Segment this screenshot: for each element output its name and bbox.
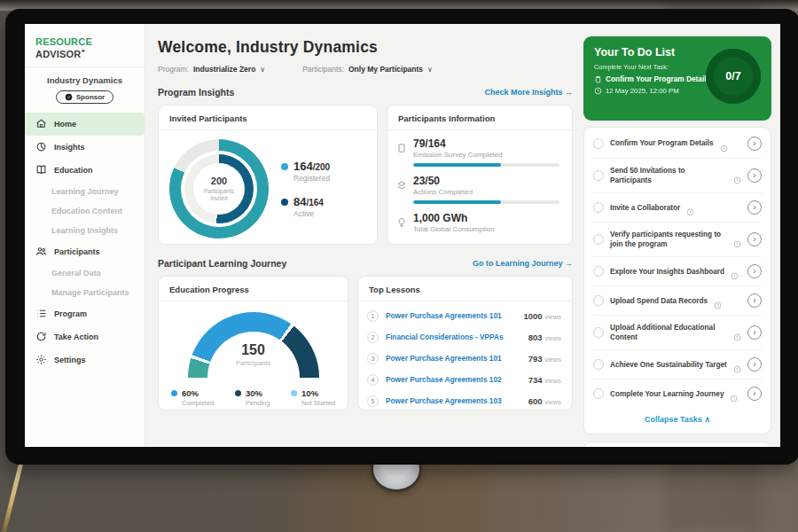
- participants-dropdown[interactable]: Participants: Only My Participants ∨: [302, 65, 433, 74]
- sidebar-item-manage-participants[interactable]: Manage Participants: [25, 283, 145, 302]
- task-row-complete-your-learning-journey: Complete Your Learning Journey›: [593, 379, 762, 408]
- task-clock-icon: [733, 172, 741, 180]
- task-row-achieve-one-sustainability-target: Achieve One Sustainability Target›: [593, 350, 762, 379]
- task-open-button[interactable]: ›: [747, 168, 762, 183]
- logo-part-advisor: ADVISOR+: [35, 49, 85, 59]
- task-row-verify-participants-requesting-to-join-the-program: Verify participants requesting to join t…: [593, 223, 762, 257]
- progress-bar: [413, 163, 559, 167]
- take-action-icon: [35, 331, 47, 342]
- logo-part-resource: RESOURCE: [35, 36, 92, 47]
- chevron-up-icon: ∧: [704, 415, 710, 424]
- task-clock-icon: [714, 297, 722, 305]
- sidebar-item-education-content[interactable]: Education Content: [25, 201, 145, 221]
- gauge-center-value: 150: [188, 342, 319, 358]
- registered-dot: [281, 163, 288, 170]
- sidebar-item-education[interactable]: Education: [25, 159, 145, 182]
- info-row-actions-completed: 23/50Actions Completed: [396, 175, 559, 204]
- lesson-title-link[interactable]: Power Purchase Agreements 102: [386, 375, 521, 384]
- collapse-tasks-link[interactable]: Collapse Tasks ∧: [593, 408, 762, 432]
- lesson-rank-badge: 2: [367, 332, 379, 343]
- invited-legend: 164/200 Registered 84/164 Active: [281, 160, 330, 218]
- desk-scene: RESOURCE ADVISOR+ Industry Dynamics Spon…: [0, 0, 798, 532]
- recent-news-title: Recent News: [584, 442, 771, 447]
- task-checkbox[interactable]: [593, 359, 604, 370]
- todo-task-list: Confirm Your Program Details›Send 50 Inv…: [593, 129, 762, 408]
- lesson-row-5[interactable]: 5Power Purchase Agreements 103600 views: [367, 390, 561, 411]
- completed-dot: [171, 390, 177, 396]
- lesson-rank-badge: 3: [367, 353, 379, 364]
- active-dot: [281, 199, 288, 206]
- task-checkbox[interactable]: [593, 295, 604, 306]
- task-checkbox[interactable]: [593, 388, 604, 399]
- task-clock-icon: [733, 236, 741, 244]
- sidebar-item-settings[interactable]: Settings: [25, 348, 145, 372]
- lesson-title-link[interactable]: Power Purchase Agreements 103: [386, 396, 521, 405]
- program-icon: [35, 308, 47, 319]
- sidebar-item-general-data[interactable]: General Data: [25, 263, 145, 283]
- sidebar-item-participants[interactable]: Participants: [25, 240, 145, 263]
- task-checkbox[interactable]: [593, 138, 604, 149]
- task-open-button[interactable]: ›: [747, 200, 762, 215]
- sidebar-item-take-action[interactable]: Take Action: [25, 325, 145, 348]
- invited-center-value: 200: [211, 176, 227, 186]
- task-checkbox[interactable]: [593, 170, 604, 181]
- task-open-button[interactable]: ›: [747, 325, 762, 340]
- todo-progress-value: 0/7: [725, 70, 740, 82]
- arrow-right-icon: →: [565, 88, 573, 97]
- task-checkbox[interactable]: [593, 234, 604, 245]
- task-clock-icon: [733, 361, 741, 369]
- legend-item-completed: 60%Completed: [171, 388, 214, 407]
- task-clock-icon: [731, 268, 739, 276]
- task-open-button[interactable]: ›: [747, 357, 762, 372]
- sidebar: RESOURCE ADVISOR+ Industry Dynamics Spon…: [25, 24, 145, 447]
- sidebar-item-home[interactable]: Home: [25, 113, 145, 136]
- sidebar-item-insights[interactable]: Insights: [25, 136, 145, 159]
- legend-item-not-started: 10%Not Started: [291, 388, 335, 407]
- info-row-emission-survey-completed: 79/164Emission Survey Completed: [396, 137, 559, 167]
- lesson-rank-badge: 5: [367, 395, 379, 407]
- lesson-rank-badge: 1: [367, 310, 379, 322]
- task-open-button[interactable]: ›: [747, 293, 762, 308]
- task-checkbox[interactable]: [593, 327, 604, 338]
- program-insights-heading: Program Insights: [158, 87, 234, 98]
- todo-column: Your To Do List Complete Your Next Task:…: [580, 24, 780, 447]
- task-open-button[interactable]: ›: [747, 232, 762, 246]
- participants-information-card: Participants Information 79/164Emission …: [387, 105, 573, 245]
- education-icon: [35, 164, 47, 176]
- task-checkbox[interactable]: [593, 266, 604, 277]
- legend-item-pending: 30%Pending: [235, 388, 270, 407]
- lesson-row-1[interactable]: 1Power Purchase Agreements 1011000 views: [367, 305, 561, 326]
- task-open-button[interactable]: ›: [747, 387, 762, 401]
- task-row-upload-spend-data-records: Upload Spend Data Records›: [593, 286, 762, 316]
- task-open-button[interactable]: ›: [747, 264, 762, 278]
- legend-item-registered: 164/200 Registered: [281, 160, 330, 183]
- sidebar-item-learning-journey[interactable]: Learning Journey: [25, 182, 145, 201]
- lesson-title-link[interactable]: Power Purchase Agreements 101: [386, 311, 516, 320]
- sidebar-item-learning-insights[interactable]: Learning Insights: [25, 221, 145, 240]
- main-content: Welcome, Industry Dynamics Program: Indu…: [145, 24, 580, 447]
- program-dropdown[interactable]: Program: Industrialize Zero ∨: [158, 65, 265, 74]
- org-name: Industry Dynamics: [25, 75, 145, 85]
- sponsor-icon: [65, 93, 73, 101]
- task-clock-icon: [730, 390, 738, 398]
- task-row-confirm-your-program-details: Confirm Your Program Details›: [593, 129, 762, 159]
- lesson-row-3[interactable]: 3Power Purchase Agreements 101793 views: [367, 348, 561, 369]
- page-title: Welcome, Industry Dynamics: [158, 38, 573, 57]
- lesson-title-link[interactable]: Financial Considerations - VPPAs: [386, 332, 521, 341]
- sidebar-item-program[interactable]: Program: [25, 302, 145, 325]
- sponsor-badge: Sponsor: [56, 90, 113, 104]
- top-lessons-list: 1Power Purchase Agreements 1011000 views…: [358, 301, 572, 411]
- todo-progress-ring: 0/7: [706, 49, 761, 104]
- task-open-button[interactable]: ›: [747, 137, 762, 151]
- check-more-insights-link[interactable]: Check More Insights →: [484, 88, 573, 97]
- lesson-title-link[interactable]: Power Purchase Agreements 101: [386, 354, 521, 363]
- app-logo: RESOURCE ADVISOR+: [25, 33, 145, 67]
- lesson-row-4[interactable]: 4Power Purchase Agreements 102734 views: [367, 369, 561, 390]
- lesson-row-2[interactable]: 2Financial Considerations - VPPAs803 vie…: [367, 326, 561, 348]
- task-checkbox[interactable]: [593, 202, 604, 213]
- education-progress-title: Education Progress: [159, 277, 348, 301]
- invited-participants-title: Invited Participants: [159, 106, 377, 130]
- chevron-down-icon: ∨: [427, 66, 433, 74]
- go-to-learning-journey-link[interactable]: Go to Learning Journey →: [473, 259, 573, 268]
- top-lessons-title: Top Lessons: [358, 277, 572, 301]
